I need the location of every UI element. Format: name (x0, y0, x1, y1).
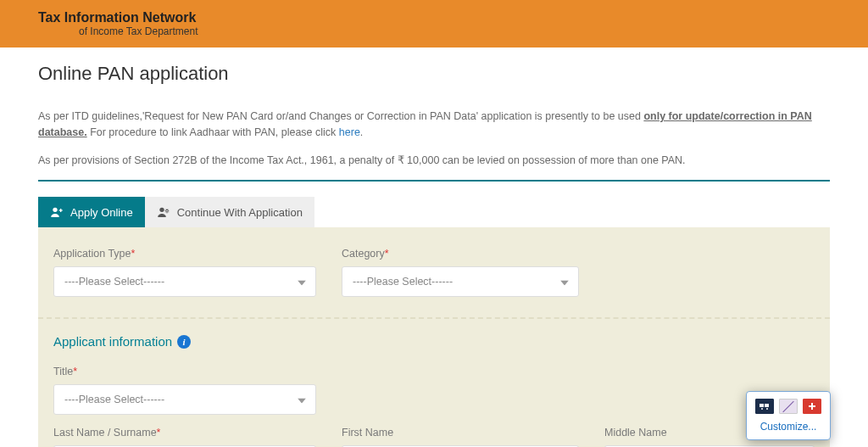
svg-rect-10 (809, 405, 815, 407)
form-panel-top: Application Type* ----Please Select-----… (38, 227, 830, 319)
svg-rect-2 (60, 209, 61, 212)
section-divider (38, 180, 830, 182)
tray-popup: Customize... (746, 391, 831, 440)
tray-pen-icon[interactable] (779, 399, 798, 414)
info-icon[interactable]: i (177, 335, 191, 349)
form-panel-applicant: Applicant information i Title* ----Pleas… (38, 319, 830, 447)
form-row-type: Application Type* ----Please Select-----… (53, 248, 815, 297)
first-name-label: First Name (342, 427, 579, 439)
guideline-text-2: As per provisions of Section 272B of the… (38, 153, 830, 169)
svg-point-8 (766, 408, 768, 410)
guideline-text-1: As per ITD guidelines,'Request for New P… (38, 109, 830, 141)
penalty-suffix: can be levied on possession of more than… (439, 154, 685, 166)
tab-apply-label: Apply Online (70, 206, 133, 219)
required-mark: * (385, 248, 389, 260)
field-first-name: First Name (342, 427, 579, 447)
field-category: Category* ----Please Select------ (342, 248, 579, 297)
category-label: Category* (342, 248, 579, 260)
app-type-label: Application Type* (53, 248, 316, 260)
tab-continue-label: Continue With Application (177, 206, 303, 219)
header-title: Tax Information Network (38, 10, 868, 25)
field-application-type: Application Type* ----Please Select-----… (53, 248, 316, 297)
required-mark: * (73, 366, 77, 377)
form-row-names: Last Name / Surname* First Name Middle N… (53, 427, 815, 447)
required-mark: * (131, 248, 136, 260)
svg-rect-6 (765, 404, 769, 407)
field-title: Title* ----Please Select------ (53, 366, 316, 415)
penalty-prefix: As per provisions of Section 272B of the… (38, 154, 398, 166)
page-title: Online PAN application (38, 63, 830, 85)
svg-point-3 (159, 208, 164, 212)
category-select[interactable]: ----Please Select------ (342, 266, 579, 297)
tray-icons (752, 399, 825, 414)
field-last-name: Last Name / Surname* (53, 427, 316, 447)
tab-apply-online[interactable]: Apply Online (38, 197, 145, 227)
here-link[interactable]: here (339, 126, 360, 138)
applicant-info-label: Applicant information (53, 334, 172, 349)
svg-rect-5 (760, 404, 764, 407)
title-select[interactable]: ----Please Select------ (53, 384, 316, 415)
spacer (604, 248, 815, 297)
title-label: Title* (53, 366, 316, 377)
applicant-info-heading: Applicant information i (53, 334, 815, 349)
tab-continue[interactable]: Continue With Application (145, 197, 314, 227)
guideline-prefix: As per ITD guidelines,'Request for New P… (38, 110, 643, 122)
user-gear-icon (157, 205, 170, 219)
tabs: Apply Online Continue With Application (38, 197, 830, 227)
tray-red-icon[interactable] (803, 399, 821, 414)
svg-point-4 (165, 210, 168, 213)
header-banner: Tax Information Network of Income Tax De… (0, 0, 868, 47)
header-subtitle: of Income Tax Department (38, 25, 868, 37)
customize-link[interactable]: Customize... (752, 421, 825, 433)
spacer (342, 366, 565, 415)
form-row-title: Title* ----Please Select------ (53, 366, 815, 415)
user-plus-icon (50, 205, 64, 219)
svg-point-0 (53, 208, 57, 212)
penalty-amount: ₹ 10,000 (398, 154, 440, 166)
main-container: Online PAN application As per ITD guidel… (0, 47, 868, 447)
last-name-label: Last Name / Surname* (53, 427, 316, 439)
guideline-end: . (360, 126, 363, 138)
guideline-suffix: For procedure to link Aadhaar with PAN, … (87, 126, 339, 138)
app-type-select[interactable]: ----Please Select------ (53, 266, 316, 297)
tray-app-icon[interactable] (755, 399, 774, 414)
required-mark: * (157, 427, 161, 439)
svg-point-7 (761, 408, 763, 410)
